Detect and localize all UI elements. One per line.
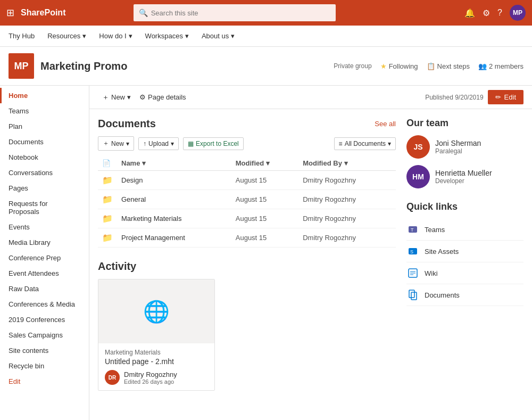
members-button[interactable]: 👥 2 members bbox=[478, 62, 523, 70]
sidebar-item-notebook[interactable]: Notebook bbox=[0, 150, 89, 165]
doc-new-button[interactable]: ＋ New ▾ bbox=[98, 136, 134, 151]
activity-user-info: Dmitry Rogozhny Edited 26 days ago bbox=[124, 370, 177, 385]
folder-icon: 📁 bbox=[102, 195, 113, 204]
file-preview-icon: 🌐 bbox=[143, 299, 170, 324]
sidebar-item-event-attendees[interactable]: Event Attendees bbox=[0, 266, 89, 281]
member-role: Paralegal bbox=[435, 147, 481, 155]
nav-about-us[interactable]: About us ▾ bbox=[202, 32, 235, 40]
col-modified[interactable]: Modified ▾ bbox=[231, 156, 298, 171]
sidebar-item-2019-conferences[interactable]: 2019 Conferences bbox=[0, 312, 89, 327]
table-row: 📁 General August 15 Dmitry Rogozhny bbox=[98, 190, 396, 209]
member-avatar: JS bbox=[406, 135, 430, 159]
quick-links-section: Quick links T Teams S Site Assets Wiki D… bbox=[406, 201, 523, 306]
quick-link-item[interactable]: T Teams bbox=[406, 219, 523, 241]
col-icon: 📄 bbox=[98, 156, 117, 171]
right-panel: Our team JS Joni Sherman Paralegal HM He… bbox=[406, 118, 523, 391]
team-member[interactable]: JS Joni Sherman Paralegal bbox=[406, 135, 523, 159]
edit-icon: ✏ bbox=[495, 93, 501, 101]
sidebar-item-home[interactable]: Home bbox=[0, 88, 89, 103]
folder-name[interactable]: General bbox=[121, 195, 146, 203]
folder-name[interactable]: Design bbox=[121, 176, 143, 184]
quick-link-item[interactable]: S Site Assets bbox=[406, 241, 523, 262]
nav-resources[interactable]: Resources ▾ bbox=[47, 32, 86, 40]
table-row: 📁 Marketing Materials August 15 Dmitry R… bbox=[98, 209, 396, 228]
sidebar-edit-link[interactable]: Edit bbox=[0, 374, 89, 389]
table-row: 📁 Project Management August 15 Dmitry Ro… bbox=[98, 228, 396, 248]
sidebar-item-rfp[interactable]: Requests for Proposals bbox=[0, 196, 89, 219]
search-bar[interactable]: 🔍 bbox=[134, 4, 336, 21]
plus-icon: ＋ bbox=[103, 139, 109, 148]
activity-user-name: Dmitry Rogozhny bbox=[124, 370, 177, 378]
quick-link-item[interactable]: Documents bbox=[406, 284, 523, 306]
activity-card-preview: 🌐 bbox=[98, 279, 214, 343]
sidebar-item-pages[interactable]: Pages bbox=[0, 180, 89, 196]
col-name[interactable]: Name ▾ bbox=[117, 156, 231, 171]
sidebar-item-plan[interactable]: Plan bbox=[0, 119, 89, 134]
notification-icon[interactable]: 🔔 bbox=[464, 8, 475, 18]
modified-by: Dmitry Rogozhny bbox=[298, 171, 396, 190]
folder-icon: 📁 bbox=[102, 214, 113, 223]
chevron-down-icon: ▾ bbox=[171, 140, 174, 147]
export-excel-button[interactable]: ▦ Export to Excel bbox=[183, 137, 244, 150]
new-button[interactable]: ＋ New ▾ bbox=[98, 90, 135, 104]
content-area: ＋ New ▾ ⚙ Page details Published 9/20/20… bbox=[89, 86, 532, 420]
edit-button[interactable]: ✏ Edit bbox=[488, 90, 523, 104]
upload-icon: ↑ bbox=[143, 140, 146, 147]
sidebar-item-media-library[interactable]: Media Library bbox=[0, 235, 89, 250]
site-header-actions: Private group ★ Following 📋 Next steps 👥… bbox=[334, 62, 523, 70]
sidebar-item-recycle-bin[interactable]: Recycle bin bbox=[0, 358, 89, 374]
folder-name[interactable]: Marketing Materials bbox=[121, 215, 181, 223]
quick-link-icon bbox=[406, 289, 419, 301]
chevron-down-icon: ▾ bbox=[126, 140, 129, 147]
settings-icon[interactable]: ⚙ bbox=[483, 8, 490, 18]
member-avatar: HM bbox=[406, 165, 430, 188]
activity-card-user: DR Dmitry Rogozhny Edited 26 days ago bbox=[105, 370, 208, 385]
table-row: 📁 Design August 15 Dmitry Rogozhny bbox=[98, 171, 396, 190]
filter-button[interactable]: ≡ All Documents ▾ bbox=[334, 137, 396, 150]
activity-title: Activity bbox=[98, 260, 396, 273]
sort-icon: ▾ bbox=[344, 159, 348, 167]
svg-text:S: S bbox=[410, 249, 413, 254]
sidebar-item-documents[interactable]: Documents bbox=[0, 134, 89, 150]
activity-card[interactable]: 🌐 Marketing Materials Untitled page - 2.… bbox=[98, 279, 215, 391]
nav-thy-hub[interactable]: Thy Hub bbox=[9, 32, 35, 40]
quick-link-icon: S bbox=[406, 245, 419, 258]
sidebar-item-conference-prep[interactable]: Conference Prep bbox=[0, 250, 89, 266]
search-input[interactable] bbox=[151, 9, 330, 17]
activity-user-action: Edited 26 days ago bbox=[124, 378, 177, 385]
next-steps-icon: 📋 bbox=[427, 62, 435, 70]
sidebar-item-raw-data[interactable]: Raw Data bbox=[0, 281, 89, 297]
quick-links-title: Quick links bbox=[406, 201, 523, 212]
sidebar-item-conversations[interactable]: Conversations bbox=[0, 165, 89, 180]
sidebar-item-sales-campaigns[interactable]: Sales Campaigns bbox=[0, 327, 89, 343]
upload-button[interactable]: ↑ Upload ▾ bbox=[138, 137, 179, 150]
sidebar-item-conferences-media[interactable]: Conferences & Media bbox=[0, 297, 89, 312]
page-details-button[interactable]: ⚙ Page details bbox=[135, 91, 190, 103]
chevron-down-icon: ▾ bbox=[82, 32, 86, 40]
documents-title: Documents bbox=[98, 118, 156, 130]
chevron-down-icon: ▾ bbox=[127, 93, 131, 101]
folder-name[interactable]: Project Management bbox=[121, 234, 185, 242]
waffle-icon[interactable]: ⊞ bbox=[6, 7, 14, 19]
quick-link-item[interactable]: Wiki bbox=[406, 262, 523, 284]
second-navigation: Thy Hub Resources ▾ How do I ▾ Workspace… bbox=[0, 26, 532, 47]
nav-workspaces[interactable]: Workspaces ▾ bbox=[145, 32, 189, 40]
svg-rect-9 bbox=[411, 292, 417, 300]
sidebar-item-teams[interactable]: Teams bbox=[0, 103, 89, 119]
quick-link-label: Teams bbox=[425, 226, 445, 234]
folder-icon: 📁 bbox=[102, 233, 113, 242]
activity-user-avatar: DR bbox=[105, 370, 120, 385]
main-container: Home Teams Plan Documents Notebook Conve… bbox=[0, 86, 532, 420]
col-modified-by[interactable]: Modified By ▾ bbox=[298, 156, 396, 171]
folder-icon: 📁 bbox=[102, 176, 113, 185]
nav-how-do-i[interactable]: How do I ▾ bbox=[99, 32, 132, 40]
user-avatar[interactable]: MP bbox=[510, 5, 526, 21]
team-member[interactable]: HM Henrietta Mueller Developer bbox=[406, 165, 523, 188]
file-header-icon: 📄 bbox=[102, 159, 111, 167]
see-all-link[interactable]: See all bbox=[375, 120, 396, 128]
next-steps-button[interactable]: 📋 Next steps bbox=[427, 62, 470, 70]
following-button[interactable]: ★ Following bbox=[380, 62, 418, 70]
sidebar-item-events[interactable]: Events bbox=[0, 219, 89, 235]
help-icon[interactable]: ? bbox=[497, 8, 502, 18]
sidebar-item-site-contents[interactable]: Site contents bbox=[0, 343, 89, 358]
